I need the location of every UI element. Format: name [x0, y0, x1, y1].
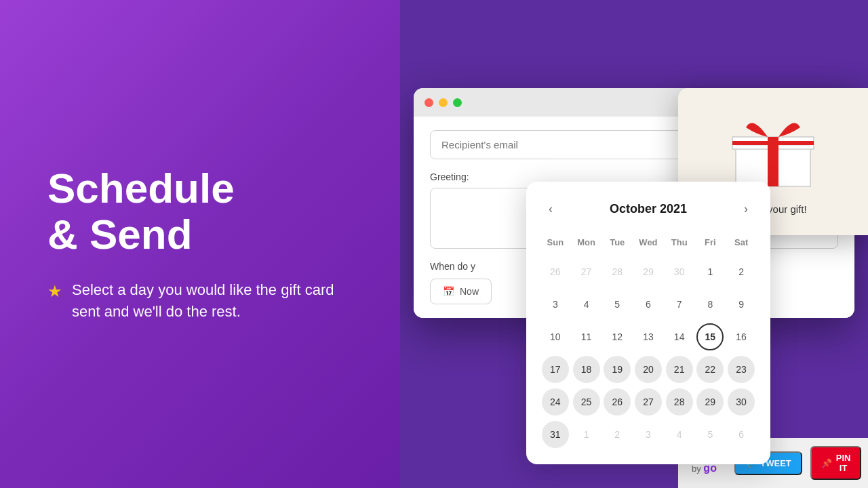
left-panel: Schedule & Send ★ Select a day you would…: [0, 0, 400, 488]
table-row: 26: [601, 386, 633, 418]
day-cell[interactable]: 14: [666, 323, 693, 350]
day-cell[interactable]: 18: [573, 356, 600, 383]
table-row: 5: [601, 288, 633, 321]
day-cell[interactable]: 4: [573, 291, 600, 318]
table-row: 31: [540, 418, 571, 451]
right-panel: Greeting: When do y 📅 Now ‹ October 2021…: [400, 0, 868, 488]
table-row: 30: [726, 386, 757, 418]
day-cell[interactable]: 3: [542, 291, 569, 318]
table-row: 29: [633, 256, 664, 288]
table-row: 24: [540, 386, 571, 418]
day-cell[interactable]: 2: [604, 421, 631, 448]
now-button[interactable]: 📅 Now: [430, 279, 492, 304]
table-row: 28: [601, 256, 633, 288]
svg-rect-3: [732, 141, 814, 145]
table-row: 1: [695, 256, 726, 288]
table-row: 28: [664, 386, 695, 418]
table-row: 6: [726, 418, 757, 451]
table-row: 2: [601, 418, 633, 451]
table-row: 4: [664, 418, 695, 451]
day-cell[interactable]: 29: [635, 258, 662, 285]
day-cell[interactable]: 28: [666, 388, 693, 415]
prev-month-button[interactable]: ‹: [540, 198, 561, 220]
day-cell[interactable]: 27: [573, 258, 600, 285]
day-cell[interactable]: 31: [542, 421, 569, 448]
day-cell[interactable]: 24: [542, 388, 569, 415]
table-row: 7: [664, 288, 695, 321]
table-row: 17: [540, 353, 571, 386]
day-cell[interactable]: 29: [696, 388, 724, 415]
calendar-title: October 2021: [610, 202, 687, 216]
day-cell[interactable]: 27: [635, 388, 662, 415]
table-row: 21: [664, 353, 695, 386]
day-cell[interactable]: 23: [728, 356, 755, 383]
day-cell[interactable]: 20: [635, 356, 662, 383]
table-row: 6: [633, 288, 664, 321]
table-row: 25: [571, 386, 602, 418]
table-row: 19: [601, 353, 633, 386]
day-cell[interactable]: 16: [728, 323, 755, 350]
table-row: 5: [695, 418, 726, 451]
weekday-wed: Wed: [633, 233, 664, 256]
weekday-fri: Fri: [695, 233, 726, 256]
table-row: 2: [726, 256, 757, 288]
day-cell[interactable]: 2: [728, 258, 755, 285]
table-row: 14: [664, 321, 695, 353]
day-cell[interactable]: 15: [696, 323, 724, 350]
day-cell[interactable]: 17: [542, 356, 569, 383]
minimize-dot[interactable]: [439, 98, 448, 107]
table-row: 27: [633, 386, 664, 418]
table-row: 23: [726, 353, 757, 386]
day-cell[interactable]: 6: [635, 291, 662, 318]
table-row: 29: [695, 386, 726, 418]
table-row: 10: [540, 321, 571, 353]
day-cell[interactable]: 12: [604, 323, 631, 350]
day-cell[interactable]: 10: [542, 323, 569, 350]
day-cell[interactable]: 6: [728, 421, 755, 448]
maximize-dot[interactable]: [453, 98, 462, 107]
day-cell[interactable]: 21: [666, 356, 693, 383]
day-cell[interactable]: 7: [666, 291, 693, 318]
weekday-sat: Sat: [726, 233, 757, 256]
table-row: 30: [664, 256, 695, 288]
day-cell[interactable]: 1: [696, 258, 724, 285]
weekday-mon: Mon: [571, 233, 602, 256]
day-cell[interactable]: 26: [542, 258, 569, 285]
calendar-popup: ‹ October 2021 › Sun Mon Tue Wed Thu Fri…: [526, 182, 770, 464]
table-row: 3: [633, 418, 664, 451]
day-cell[interactable]: 30: [666, 258, 693, 285]
day-cell[interactable]: 19: [604, 356, 631, 383]
table-row: 1: [571, 418, 602, 451]
table-row: 9: [726, 288, 757, 321]
day-cell[interactable]: 1: [573, 421, 600, 448]
close-dot[interactable]: [425, 98, 433, 107]
table-row: 4: [571, 288, 602, 321]
day-cell[interactable]: 9: [728, 291, 755, 318]
day-cell[interactable]: 25: [573, 388, 600, 415]
day-cell[interactable]: 5: [696, 421, 724, 448]
day-cell[interactable]: 4: [666, 421, 693, 448]
table-row: 16: [726, 321, 757, 353]
weekday-thu: Thu: [664, 233, 695, 256]
day-cell[interactable]: 30: [728, 388, 755, 415]
day-cell[interactable]: 8: [696, 291, 724, 318]
calendar-grid: Sun Mon Tue Wed Thu Fri Sat 262728293012…: [540, 233, 757, 451]
day-cell[interactable]: 13: [635, 323, 662, 350]
feature-item: ★ Select a day you would like the gift c…: [47, 279, 353, 323]
day-cell[interactable]: 3: [635, 421, 662, 448]
day-cell[interactable]: 22: [696, 356, 724, 383]
table-row: 12: [601, 321, 633, 353]
day-cell[interactable]: 11: [573, 323, 600, 350]
day-cell[interactable]: 28: [604, 258, 631, 285]
table-row: 3: [540, 288, 571, 321]
day-cell[interactable]: 26: [604, 388, 631, 415]
now-label: Now: [460, 286, 479, 297]
pinterest-icon: 📌: [821, 458, 832, 468]
table-row: 20: [633, 353, 664, 386]
day-cell[interactable]: 5: [604, 291, 631, 318]
next-month-button[interactable]: ›: [735, 198, 757, 220]
pin-button[interactable]: 📌 PIN IT: [810, 446, 862, 480]
table-row: 26: [540, 256, 571, 288]
feature-text: Select a day you would like the gift car…: [72, 279, 353, 323]
table-row: 11: [571, 321, 602, 353]
